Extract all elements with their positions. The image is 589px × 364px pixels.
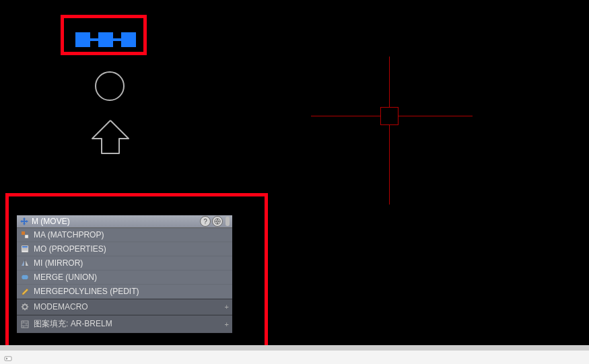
circle-object[interactable] — [95, 71, 125, 101]
grip-connector — [90, 38, 98, 41]
crosshair-pickbox — [380, 107, 399, 125]
highlight-autocomplete — [5, 193, 268, 363]
grip-square[interactable] — [121, 32, 136, 47]
arrow-polyline-object[interactable] — [87, 117, 134, 167]
grip-square[interactable] — [98, 32, 113, 47]
svg-rect-25 — [5, 357, 11, 361]
grip-square[interactable] — [75, 32, 90, 47]
crosshair-cursor — [311, 57, 473, 205]
drawing-canvas[interactable]: M (MOVE) ? MA (MATCHPROP) MO (PROPERTIES… — [0, 0, 589, 364]
crosshair-vertical — [389, 57, 390, 205]
grip-handles[interactable] — [75, 32, 136, 47]
command-prompt-icon — [4, 353, 12, 361]
grip-connector — [113, 38, 121, 41]
status-divider — [0, 345, 589, 351]
command-bar[interactable] — [0, 351, 589, 364]
